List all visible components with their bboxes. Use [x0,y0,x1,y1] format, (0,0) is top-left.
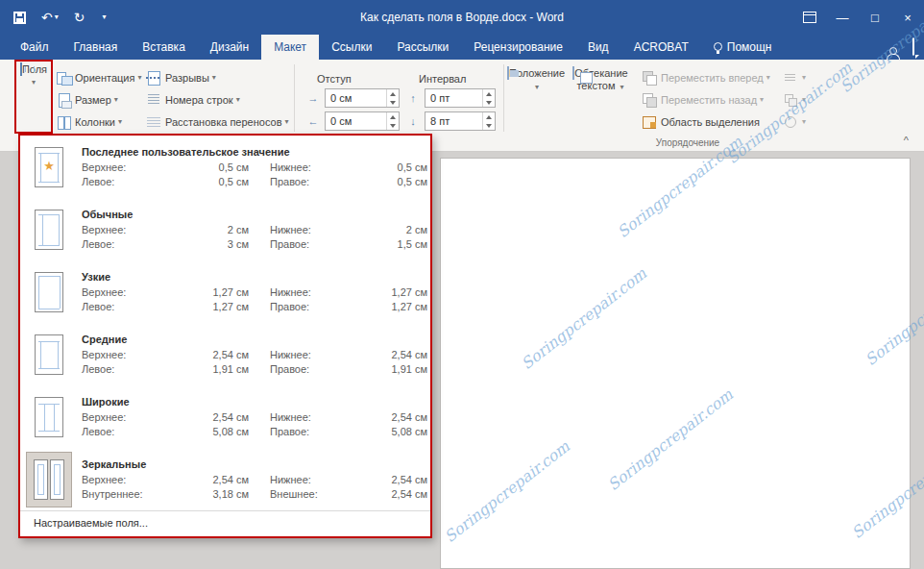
ribbon-display-options-button[interactable] [793,0,826,35]
margins-button[interactable]: Поля ▾ [18,63,49,87]
comments-button[interactable] [912,38,914,56]
indent-right-value[interactable]: 0 см [326,112,386,130]
position-button[interactable]: Положение ▾ [507,67,565,93]
spin-up-icon[interactable] [390,115,396,119]
spacing-before-spinner[interactable]: 0 пт [425,88,496,108]
tab-view[interactable]: Вид [575,35,621,60]
ribbon-display-options-icon [803,12,816,23]
margin-label: Верхнее: [82,161,187,173]
margin-value: 1,91 см [353,363,427,375]
margin-preset-narrow[interactable]: Узкие Верхнее: 1,27 см Нижнее: 1,27 см Л… [20,260,430,323]
margin-label: Нижнее: [249,161,353,173]
align-objects-button[interactable]: ▾ [783,67,806,87]
margin-value: 1,27 см [353,286,427,298]
collapse-ribbon-button[interactable]: ^ [904,135,909,146]
spacing-before-value[interactable]: 0 пт [426,89,482,107]
save-button[interactable] [13,12,26,24]
spin-down-icon[interactable] [486,124,492,128]
bring-forward-button[interactable]: Переместить вперед ▾ [642,67,770,87]
send-backward-button[interactable]: Переместить назад ▾ [642,89,764,110]
spinner-arrows[interactable] [386,89,399,107]
line-numbers-icon [146,92,161,108]
redo-button[interactable]: ↻ [74,11,85,24]
spinner-arrows[interactable] [482,112,495,130]
caret-down-icon: ▾ [236,95,240,104]
margin-value: 2,54 см [353,349,427,360]
spinner-arrows[interactable] [482,89,495,107]
preset-title: Узкие [82,271,427,283]
spin-down-icon[interactable] [486,101,492,105]
margin-value: 2,54 см [187,349,249,360]
tab-assistant[interactable]: Помощн [701,35,785,60]
margin-label: Правое: [249,301,353,312]
margin-preset-icon-selected [26,452,72,507]
custom-margins-label: Настраиваемые поля... [34,517,148,529]
margin-preset-wide[interactable]: Широкие Верхнее: 2,54 см Нижнее: 2,54 см… [20,385,430,448]
margin-value: 1,5 см [353,238,427,250]
caret-down-icon: ▾ [118,117,122,126]
spin-up-icon[interactable] [390,92,396,96]
undo-button[interactable]: ↶▾ [41,11,59,24]
tab-acrobat[interactable]: ACROBAT [621,35,701,60]
line-numbers-button[interactable]: Номера строк ▾ [146,89,240,110]
spin-up-icon[interactable] [486,115,492,119]
rotate-objects-button[interactable]: ▾ [783,111,806,132]
tab-layout[interactable]: Макет [261,35,319,60]
preset-title: Широкие [82,396,427,408]
minimize-button[interactable]: — [826,0,859,35]
spacing-after-spinner[interactable]: 8 пт [425,111,496,131]
columns-button[interactable]: Колонки ▾ [56,111,122,132]
tabbar-right-icons [886,35,914,60]
size-label: Размер [75,94,111,106]
bring-forward-icon [642,70,657,86]
window-controls: — □ × [793,0,924,35]
custom-margins-item[interactable]: Настраиваемые поля... [20,510,430,534]
preset-values: Верхнее: 2,54 см Нижнее: 2,54 см Внутрен… [82,474,427,500]
breaks-button[interactable]: Разрывы ▾ [146,67,216,87]
indent-left-value[interactable]: 0 см [326,89,386,107]
indent-left-spinner[interactable]: 0 см [325,88,400,108]
margin-value: 3,18 см [187,488,249,500]
hyphenation-button[interactable]: Расстановка переносов ▾ [146,111,289,132]
customize-quick-access-button[interactable]: ▾ [100,13,106,21]
tab-home[interactable]: Главная [61,35,131,60]
spin-down-icon[interactable] [390,101,396,105]
size-button[interactable]: Размер ▾ [56,89,118,110]
margin-label: Правое: [249,363,353,375]
preset-values: Верхнее: 2,54 см Нижнее: 2,54 см Левое: … [82,411,427,437]
selection-pane-icon [642,114,657,130]
group-objects-icon [783,92,798,108]
selection-pane-button[interactable]: Область выделения [642,111,763,132]
spacing-before-icon: ↑ [405,88,421,108]
margin-preset-last-custom[interactable]: ★ Последнее пользовательское значение Ве… [20,136,430,198]
caret-down-icon: ▾ [535,83,539,91]
spacing-after-value[interactable]: 8 пт [426,112,482,130]
indent-right-spinner[interactable]: 0 см [325,111,400,131]
spin-up-icon[interactable] [486,92,492,96]
tab-mailings[interactable]: Рассылки [384,35,461,60]
caret-down-icon: ▾ [802,73,806,82]
document-page[interactable] [440,158,911,569]
margin-preset-moderate[interactable]: Средние Верхнее: 2,54 см Нижнее: 2,54 см… [20,323,430,385]
orientation-button[interactable]: Ориентация ▾ [56,67,141,87]
tab-file[interactable]: Файл [8,35,61,60]
margin-label: Внутреннее: [82,488,187,500]
wrap-text-button[interactable]: Обтекание текстом ▾ [569,67,632,93]
tab-insert[interactable]: Вставка [130,35,198,60]
margin-label: Нижнее: [249,224,353,235]
spin-down-icon[interactable] [390,124,396,128]
close-button[interactable]: × [891,0,924,35]
margin-preset-mirrored[interactable]: Зеркальные Верхнее: 2,54 см Нижнее: 2,54… [20,448,430,510]
orientation-icon [56,70,71,86]
group-separator [294,64,295,132]
margin-preset-normal[interactable]: Обычные Верхнее: 2 см Нижнее: 2 см Левое… [20,198,430,260]
group-objects-button[interactable]: ▾ [783,89,806,110]
preset-values: Верхнее: 2 см Нижнее: 2 см Левое: 3 см П… [82,224,427,250]
margin-value: 1,91 см [187,363,249,375]
spinner-arrows[interactable] [386,112,399,130]
maximize-button[interactable]: □ [859,0,891,35]
margin-label: Верхнее: [82,474,187,485]
tab-design[interactable]: Дизайн [198,35,261,60]
tab-references[interactable]: Ссылки [319,35,384,60]
tab-review[interactable]: Рецензирование [461,35,575,60]
